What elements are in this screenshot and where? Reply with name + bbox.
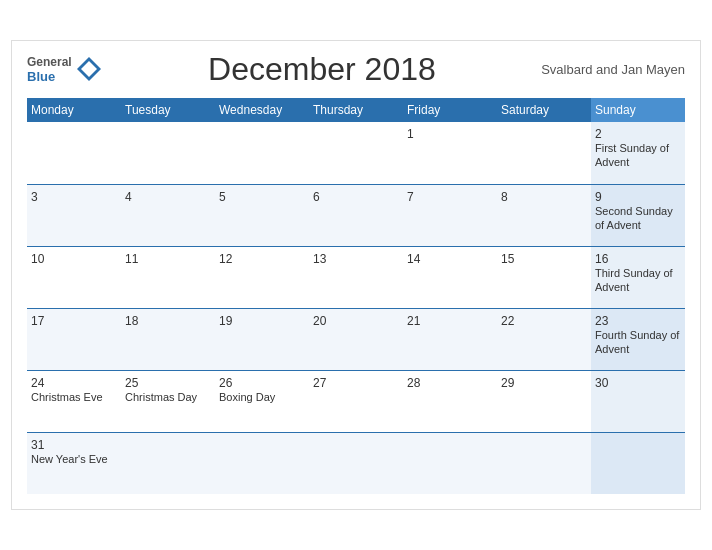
day-number: 14	[407, 252, 493, 266]
day-number: 30	[595, 376, 681, 390]
day-number: 15	[501, 252, 587, 266]
calendar-cell: 1	[403, 122, 497, 184]
day-number: 17	[31, 314, 117, 328]
calendar-cell: 14	[403, 246, 497, 308]
day-number: 2	[595, 127, 681, 141]
day-event: New Year's Eve	[31, 452, 117, 466]
logo-icon	[75, 55, 103, 83]
day-number: 1	[407, 127, 493, 141]
logo: General Blue	[27, 55, 103, 85]
day-event: First Sunday of Advent	[595, 141, 681, 170]
logo-general: General	[27, 55, 72, 69]
calendar-cell: 12	[215, 246, 309, 308]
day-event: Third Sunday of Advent	[595, 266, 681, 295]
day-number: 11	[125, 252, 211, 266]
calendar-cell	[591, 432, 685, 494]
day-number: 4	[125, 190, 211, 204]
day-number: 10	[31, 252, 117, 266]
header-sunday: Sunday	[591, 98, 685, 122]
calendar-cell: 20	[309, 308, 403, 370]
day-number: 19	[219, 314, 305, 328]
calendar-cell: 17	[27, 308, 121, 370]
calendar-cell	[497, 122, 591, 184]
day-number: 25	[125, 376, 211, 390]
calendar-week-row: 31New Year's Eve	[27, 432, 685, 494]
day-number: 29	[501, 376, 587, 390]
calendar-cell: 5	[215, 184, 309, 246]
day-number: 6	[313, 190, 399, 204]
header-wednesday: Wednesday	[215, 98, 309, 122]
calendar-cell: 6	[309, 184, 403, 246]
calendar-container: General Blue December 2018 Svalbard and …	[11, 40, 701, 510]
header-monday: Monday	[27, 98, 121, 122]
calendar-week-row: 24Christmas Eve25Christmas Day26Boxing D…	[27, 370, 685, 432]
calendar-cell: 28	[403, 370, 497, 432]
day-number: 28	[407, 376, 493, 390]
calendar-cell: 22	[497, 308, 591, 370]
day-number: 26	[219, 376, 305, 390]
day-event: Fourth Sunday of Advent	[595, 328, 681, 357]
calendar-cell: 23Fourth Sunday of Advent	[591, 308, 685, 370]
calendar-cell: 26Boxing Day	[215, 370, 309, 432]
calendar-cell: 24Christmas Eve	[27, 370, 121, 432]
calendar-cell	[497, 432, 591, 494]
calendar-cell: 2First Sunday of Advent	[591, 122, 685, 184]
calendar-cell: 8	[497, 184, 591, 246]
day-number: 21	[407, 314, 493, 328]
calendar-cell: 19	[215, 308, 309, 370]
calendar-cell	[309, 122, 403, 184]
day-number: 24	[31, 376, 117, 390]
logo-blue: Blue	[27, 69, 72, 85]
calendar-cell: 15	[497, 246, 591, 308]
day-number: 3	[31, 190, 117, 204]
calendar-cell	[27, 122, 121, 184]
month-title: December 2018	[103, 51, 541, 88]
day-number: 13	[313, 252, 399, 266]
calendar-cell: 18	[121, 308, 215, 370]
weekday-header-row: Monday Tuesday Wednesday Thursday Friday…	[27, 98, 685, 122]
day-event: Boxing Day	[219, 390, 305, 404]
day-number: 7	[407, 190, 493, 204]
calendar-cell: 4	[121, 184, 215, 246]
header-saturday: Saturday	[497, 98, 591, 122]
calendar-cell: 13	[309, 246, 403, 308]
header-thursday: Thursday	[309, 98, 403, 122]
region-label: Svalbard and Jan Mayen	[541, 62, 685, 77]
day-number: 20	[313, 314, 399, 328]
day-number: 31	[31, 438, 117, 452]
calendar-cell: 7	[403, 184, 497, 246]
day-event: Christmas Eve	[31, 390, 117, 404]
calendar-cell: 29	[497, 370, 591, 432]
calendar-cell: 3	[27, 184, 121, 246]
calendar-cell: 30	[591, 370, 685, 432]
calendar-table: Monday Tuesday Wednesday Thursday Friday…	[27, 98, 685, 494]
header-tuesday: Tuesday	[121, 98, 215, 122]
calendar-cell: 10	[27, 246, 121, 308]
calendar-cell: 27	[309, 370, 403, 432]
day-number: 9	[595, 190, 681, 204]
calendar-cell	[215, 122, 309, 184]
calendar-cell: 16Third Sunday of Advent	[591, 246, 685, 308]
day-number: 23	[595, 314, 681, 328]
calendar-week-row: 10111213141516Third Sunday of Advent	[27, 246, 685, 308]
day-number: 18	[125, 314, 211, 328]
calendar-cell	[403, 432, 497, 494]
day-number: 12	[219, 252, 305, 266]
calendar-cell: 31New Year's Eve	[27, 432, 121, 494]
calendar-header: General Blue December 2018 Svalbard and …	[27, 51, 685, 88]
day-number: 8	[501, 190, 587, 204]
day-number: 16	[595, 252, 681, 266]
calendar-cell: 25Christmas Day	[121, 370, 215, 432]
header-friday: Friday	[403, 98, 497, 122]
calendar-cell: 21	[403, 308, 497, 370]
calendar-cell	[215, 432, 309, 494]
day-number: 22	[501, 314, 587, 328]
calendar-cell: 11	[121, 246, 215, 308]
day-event: Christmas Day	[125, 390, 211, 404]
calendar-cell	[121, 122, 215, 184]
calendar-cell	[309, 432, 403, 494]
calendar-week-row: 17181920212223Fourth Sunday of Advent	[27, 308, 685, 370]
calendar-cell	[121, 432, 215, 494]
day-number: 27	[313, 376, 399, 390]
calendar-cell: 9Second Sunday of Advent	[591, 184, 685, 246]
